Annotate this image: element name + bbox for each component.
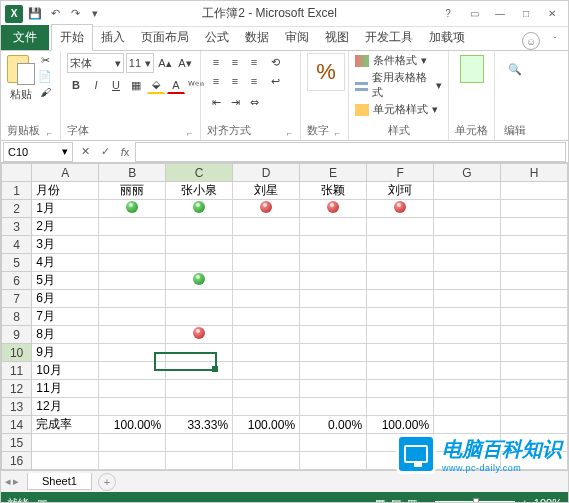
cell[interactable] xyxy=(166,290,233,308)
cell[interactable] xyxy=(166,218,233,236)
cancel-formula-button[interactable]: ✕ xyxy=(75,142,95,162)
align-center-button[interactable]: ≡ xyxy=(226,72,244,90)
zoom-out-button[interactable]: − xyxy=(423,497,429,503)
macro-recorder-icon[interactable]: ▣ xyxy=(37,497,47,504)
row-header[interactable]: 13 xyxy=(2,398,32,416)
tab-formulas[interactable]: 公式 xyxy=(197,25,237,50)
cell[interactable]: 丽丽 xyxy=(99,182,166,200)
col-header-d[interactable]: D xyxy=(233,164,300,182)
cell[interactable] xyxy=(501,308,568,326)
insert-function-button[interactable]: fx xyxy=(115,142,135,162)
view-page-break-button[interactable]: ▥ xyxy=(407,497,417,504)
cell[interactable] xyxy=(501,290,568,308)
format-as-table-button[interactable]: 套用表格格式 ▾ xyxy=(355,70,442,100)
cell[interactable] xyxy=(99,362,166,380)
cell[interactable] xyxy=(434,308,501,326)
cell[interactable] xyxy=(367,344,434,362)
increase-font-button[interactable]: A▴ xyxy=(156,54,174,72)
cell[interactable] xyxy=(233,200,300,218)
cell[interactable]: 11月 xyxy=(32,380,99,398)
tab-addins[interactable]: 加载项 xyxy=(421,25,473,50)
cell[interactable] xyxy=(300,200,367,218)
cell[interactable]: 刘星 xyxy=(233,182,300,200)
cell-styles-button[interactable]: 单元格样式 ▾ xyxy=(355,102,442,117)
cell[interactable]: 100.00% xyxy=(233,416,300,434)
cell[interactable] xyxy=(300,290,367,308)
cell[interactable]: 月份 xyxy=(32,182,99,200)
cell[interactable]: 100.00% xyxy=(367,416,434,434)
cell[interactable]: 7月 xyxy=(32,308,99,326)
cell[interactable] xyxy=(434,380,501,398)
undo-button[interactable]: ↶ xyxy=(47,6,63,22)
underline-button[interactable]: U xyxy=(107,76,125,94)
cell[interactable] xyxy=(501,200,568,218)
cell[interactable]: 33.33% xyxy=(166,416,233,434)
cell[interactable]: 0.00% xyxy=(300,416,367,434)
tab-data[interactable]: 数据 xyxy=(237,25,277,50)
fill-color-button[interactable]: ⬙ xyxy=(147,76,165,94)
decrease-indent-button[interactable]: ⇤ xyxy=(207,93,225,111)
row-header[interactable]: 11 xyxy=(2,362,32,380)
cut-button[interactable]: ✂ xyxy=(37,53,53,67)
cell[interactable]: 8月 xyxy=(32,326,99,344)
zoom-handle[interactable] xyxy=(473,498,479,503)
cell[interactable] xyxy=(501,344,568,362)
cell[interactable] xyxy=(300,362,367,380)
cell[interactable]: 4月 xyxy=(32,254,99,272)
view-page-layout-button[interactable]: ▤ xyxy=(391,497,401,504)
row-header[interactable]: 7 xyxy=(2,290,32,308)
cell[interactable]: 完成率 xyxy=(32,416,99,434)
cell[interactable] xyxy=(166,380,233,398)
cell[interactable] xyxy=(166,326,233,344)
row-header[interactable]: 5 xyxy=(2,254,32,272)
cell[interactable] xyxy=(99,254,166,272)
formula-bar[interactable] xyxy=(135,142,566,162)
cell[interactable] xyxy=(99,218,166,236)
cell[interactable] xyxy=(166,200,233,218)
help-button[interactable]: ? xyxy=(436,5,460,23)
cell[interactable]: 1月 xyxy=(32,200,99,218)
close-button[interactable]: ✕ xyxy=(540,5,564,23)
cell[interactable] xyxy=(233,254,300,272)
name-box[interactable]: C10▾ xyxy=(3,142,73,162)
save-button[interactable]: 💾 xyxy=(27,6,43,22)
cell[interactable] xyxy=(367,290,434,308)
cell[interactable] xyxy=(367,308,434,326)
row-header[interactable]: 14 xyxy=(2,416,32,434)
cell[interactable] xyxy=(32,452,99,470)
italic-button[interactable]: I xyxy=(87,76,105,94)
col-header-c[interactable]: C xyxy=(166,164,233,182)
font-name-select[interactable]: 宋体▾ xyxy=(67,53,124,73)
number-format-button[interactable]: % xyxy=(307,53,345,91)
sheet-nav-next-icon[interactable]: ▸ xyxy=(13,475,19,488)
redo-button[interactable]: ↷ xyxy=(67,6,83,22)
tab-insert[interactable]: 插入 xyxy=(93,25,133,50)
cell[interactable] xyxy=(233,290,300,308)
cell[interactable] xyxy=(501,362,568,380)
align-top-button[interactable]: ≡ xyxy=(207,53,225,71)
tab-review[interactable]: 审阅 xyxy=(277,25,317,50)
cell[interactable] xyxy=(32,434,99,452)
increase-indent-button[interactable]: ⇥ xyxy=(226,93,244,111)
cell[interactable] xyxy=(367,326,434,344)
cell[interactable] xyxy=(233,272,300,290)
cell[interactable] xyxy=(434,344,501,362)
cell[interactable] xyxy=(501,218,568,236)
font-color-button[interactable]: A xyxy=(167,76,185,94)
cell[interactable] xyxy=(501,272,568,290)
cell[interactable]: 10月 xyxy=(32,362,99,380)
sheet-nav-prev-icon[interactable]: ◂ xyxy=(5,475,11,488)
cell[interactable] xyxy=(233,452,300,470)
cell[interactable] xyxy=(166,344,233,362)
worksheet-grid[interactable]: A B C D E F G H 1 月份 丽丽 张小泉 刘星 张颖 刘珂 2 1… xyxy=(1,163,568,470)
cell[interactable] xyxy=(166,254,233,272)
cell[interactable] xyxy=(99,236,166,254)
zoom-in-button[interactable]: + xyxy=(521,497,527,503)
cell[interactable] xyxy=(233,434,300,452)
sheet-tab[interactable]: Sheet1 xyxy=(27,473,92,490)
row-header[interactable]: 10 xyxy=(2,344,32,362)
format-painter-button[interactable]: 🖌 xyxy=(37,85,53,99)
minimize-button[interactable]: — xyxy=(488,5,512,23)
cell[interactable] xyxy=(99,380,166,398)
cell[interactable] xyxy=(367,236,434,254)
